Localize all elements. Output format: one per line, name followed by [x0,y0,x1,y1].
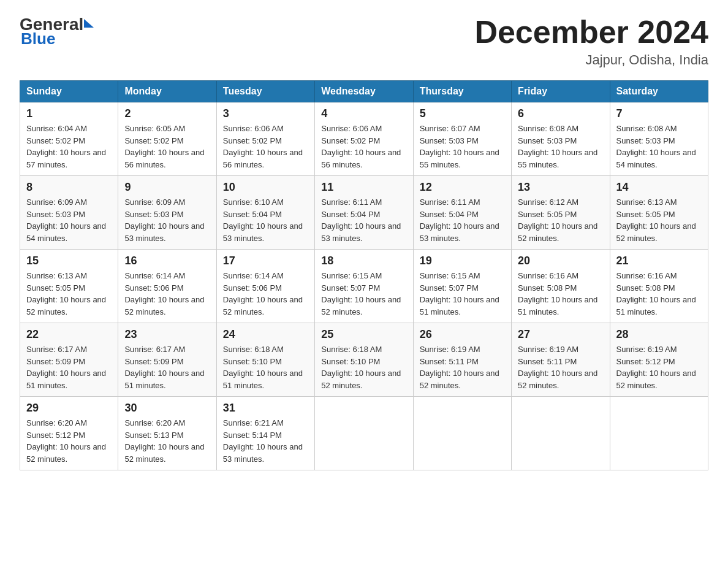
calendar-cell [610,397,708,470]
day-info: Sunrise: 6:08 AM Sunset: 5:03 PM Dayligh… [518,123,603,170]
day-number: 7 [616,107,702,120]
col-header-saturday: Saturday [610,81,708,102]
day-number: 6 [518,107,603,120]
page-title: December 2024 [474,15,708,50]
sunset-label: Sunset: 5:14 PM [223,431,282,440]
day-number: 12 [420,181,505,194]
daylight-label: Daylight: 10 hours and 52 minutes. [616,369,696,390]
logo-triangle-icon [84,19,94,28]
calendar-cell: 9 Sunrise: 6:09 AM Sunset: 5:03 PM Dayli… [118,176,216,250]
daylight-label: Daylight: 10 hours and 51 minutes. [616,295,696,316]
sunset-label: Sunset: 5:05 PM [616,210,675,219]
daylight-label: Daylight: 10 hours and 51 minutes. [26,369,106,390]
sunset-label: Sunset: 5:07 PM [420,283,479,293]
sunrise-label: Sunrise: 6:16 AM [616,271,677,280]
day-number: 29 [26,402,112,415]
day-number: 4 [321,107,406,120]
day-number: 1 [26,107,112,120]
day-number: 27 [518,328,603,341]
day-info: Sunrise: 6:11 AM Sunset: 5:04 PM Dayligh… [321,196,406,244]
calendar-cell: 7 Sunrise: 6:08 AM Sunset: 5:03 PM Dayli… [610,102,708,176]
daylight-label: Daylight: 10 hours and 53 minutes. [321,221,401,243]
sunset-label: Sunset: 5:07 PM [321,283,380,293]
sunset-label: Sunset: 5:13 PM [124,431,183,440]
sunset-label: Sunset: 5:11 PM [518,357,577,366]
day-info: Sunrise: 6:09 AM Sunset: 5:03 PM Dayligh… [124,196,210,244]
calendar-table: SundayMondayTuesdayWednesdayThursdayFrid… [20,80,708,470]
title-area: December 2024 Jajpur, Odisha, India [474,15,708,68]
daylight-label: Daylight: 10 hours and 52 minutes. [26,442,106,464]
sunrise-label: Sunrise: 6:11 AM [321,197,382,207]
calendar-cell: 29 Sunrise: 6:20 AM Sunset: 5:12 PM Dayl… [20,397,118,470]
sunrise-label: Sunrise: 6:18 AM [223,345,284,354]
day-number: 10 [223,181,308,194]
sunset-label: Sunset: 5:05 PM [26,283,85,293]
daylight-label: Daylight: 10 hours and 56 minutes. [124,148,204,169]
col-header-wednesday: Wednesday [315,81,413,102]
sunrise-label: Sunrise: 6:13 AM [26,271,87,280]
sunrise-label: Sunrise: 6:11 AM [420,197,480,207]
day-number: 17 [223,255,308,267]
sunrise-label: Sunrise: 6:15 AM [420,271,480,280]
sunset-label: Sunset: 5:08 PM [518,283,577,293]
calendar-cell: 30 Sunrise: 6:20 AM Sunset: 5:13 PM Dayl… [118,397,216,470]
day-info: Sunrise: 6:05 AM Sunset: 5:02 PM Dayligh… [124,123,210,170]
calendar-cell: 6 Sunrise: 6:08 AM Sunset: 5:03 PM Dayli… [512,102,610,176]
calendar-cell [413,397,511,470]
sunset-label: Sunset: 5:04 PM [420,210,479,219]
sunrise-label: Sunrise: 6:13 AM [616,197,677,207]
day-number: 9 [124,181,210,194]
daylight-label: Daylight: 10 hours and 53 minutes. [223,221,303,243]
calendar-cell: 12 Sunrise: 6:11 AM Sunset: 5:04 PM Dayl… [413,176,511,250]
day-number: 21 [616,255,702,267]
daylight-label: Daylight: 10 hours and 56 minutes. [321,148,401,169]
header-row: SundayMondayTuesdayWednesdayThursdayFrid… [20,81,708,102]
daylight-label: Daylight: 10 hours and 52 minutes. [518,369,597,390]
sunset-label: Sunset: 5:09 PM [26,357,85,366]
daylight-label: Daylight: 10 hours and 52 minutes. [26,295,106,316]
day-info: Sunrise: 6:17 AM Sunset: 5:09 PM Dayligh… [26,343,112,391]
day-info: Sunrise: 6:04 AM Sunset: 5:02 PM Dayligh… [26,123,112,170]
col-header-friday: Friday [512,81,610,102]
week-row-5: 29 Sunrise: 6:20 AM Sunset: 5:12 PM Dayl… [20,397,708,470]
calendar-cell [315,397,413,470]
calendar-cell: 16 Sunrise: 6:14 AM Sunset: 5:06 PM Dayl… [118,250,216,323]
sunrise-label: Sunrise: 6:19 AM [616,345,677,354]
sunset-label: Sunset: 5:04 PM [223,210,282,219]
col-header-monday: Monday [118,81,216,102]
sunset-label: Sunset: 5:10 PM [321,357,380,366]
week-row-1: 1 Sunrise: 6:04 AM Sunset: 5:02 PM Dayli… [20,102,708,176]
calendar-cell: 18 Sunrise: 6:15 AM Sunset: 5:07 PM Dayl… [315,250,413,323]
day-info: Sunrise: 6:16 AM Sunset: 5:08 PM Dayligh… [518,270,603,318]
daylight-label: Daylight: 10 hours and 52 minutes. [321,295,401,316]
day-info: Sunrise: 6:09 AM Sunset: 5:03 PM Dayligh… [26,196,112,244]
daylight-label: Daylight: 10 hours and 52 minutes. [616,221,696,243]
day-info: Sunrise: 6:12 AM Sunset: 5:05 PM Dayligh… [518,196,603,244]
daylight-label: Daylight: 10 hours and 51 minutes. [124,369,204,390]
daylight-label: Daylight: 10 hours and 53 minutes. [223,442,303,464]
daylight-label: Daylight: 10 hours and 51 minutes. [223,369,303,390]
calendar-cell: 4 Sunrise: 6:06 AM Sunset: 5:02 PM Dayli… [315,102,413,176]
sunrise-label: Sunrise: 6:09 AM [124,197,185,207]
sunrise-label: Sunrise: 6:07 AM [420,124,480,133]
calendar-cell: 23 Sunrise: 6:17 AM Sunset: 5:09 PM Dayl… [118,323,216,397]
daylight-label: Daylight: 10 hours and 52 minutes. [420,369,499,390]
calendar-cell: 24 Sunrise: 6:18 AM Sunset: 5:10 PM Dayl… [216,323,314,397]
day-info: Sunrise: 6:13 AM Sunset: 5:05 PM Dayligh… [26,270,112,318]
sunrise-label: Sunrise: 6:08 AM [518,124,578,133]
calendar-cell: 26 Sunrise: 6:19 AM Sunset: 5:11 PM Dayl… [413,323,511,397]
sunrise-label: Sunrise: 6:08 AM [616,124,677,133]
daylight-label: Daylight: 10 hours and 52 minutes. [518,221,597,243]
sunrise-label: Sunrise: 6:05 AM [124,124,185,133]
sunrise-label: Sunrise: 6:04 AM [26,124,87,133]
calendar-cell: 3 Sunrise: 6:06 AM Sunset: 5:02 PM Dayli… [216,102,314,176]
day-info: Sunrise: 6:21 AM Sunset: 5:14 PM Dayligh… [223,417,308,465]
calendar-cell [512,397,610,470]
day-number: 14 [616,181,702,194]
daylight-label: Daylight: 10 hours and 55 minutes. [420,148,499,169]
day-info: Sunrise: 6:18 AM Sunset: 5:10 PM Dayligh… [223,343,308,391]
daylight-label: Daylight: 10 hours and 51 minutes. [518,295,597,316]
week-row-2: 8 Sunrise: 6:09 AM Sunset: 5:03 PM Dayli… [20,176,708,250]
calendar-cell: 1 Sunrise: 6:04 AM Sunset: 5:02 PM Dayli… [20,102,118,176]
daylight-label: Daylight: 10 hours and 55 minutes. [518,148,597,169]
